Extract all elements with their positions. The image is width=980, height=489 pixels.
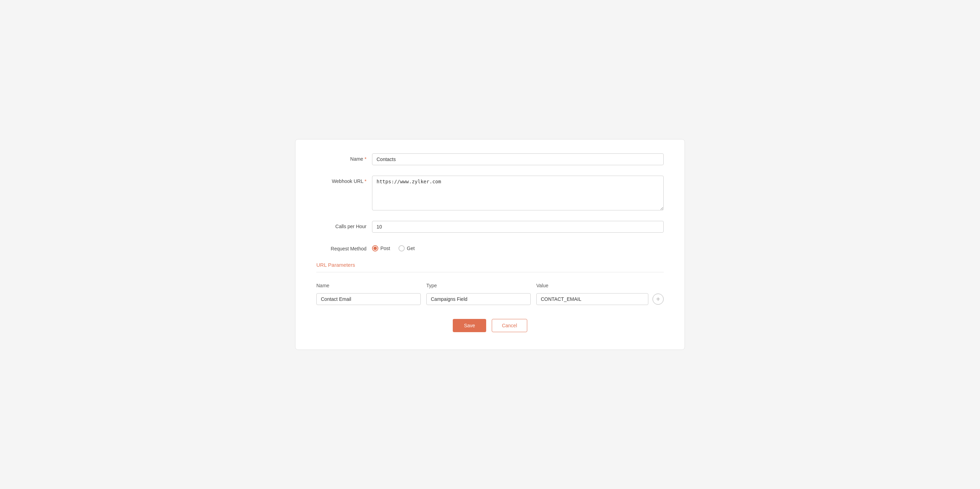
radio-post[interactable]: Post: [372, 245, 390, 251]
form-container: Name * Webhook URL * https://www.zylker.…: [295, 139, 685, 350]
calls-label: Calls per Hour: [317, 221, 372, 229]
name-input[interactable]: [372, 153, 663, 165]
webhook-label: Webhook URL *: [317, 176, 372, 184]
save-button[interactable]: Save: [453, 319, 486, 332]
calls-row: Calls per Hour: [317, 221, 663, 233]
param-value-input[interactable]: [536, 293, 648, 305]
add-param-button[interactable]: +: [652, 294, 663, 305]
param-type-col: [426, 293, 531, 305]
col-value-header: Value: [536, 283, 643, 291]
url-params-section: URL Parameters Name Type Value: [317, 262, 663, 305]
param-name-col: [317, 293, 421, 305]
section-title: URL Parameters: [317, 262, 663, 272]
calls-input[interactable]: [372, 221, 663, 233]
method-label: Request Method: [317, 243, 372, 251]
param-name-input[interactable]: [317, 293, 421, 305]
params-header: Name Type Value: [317, 283, 663, 291]
method-row: Request Method Post Get: [317, 243, 663, 251]
param-type-input[interactable]: [426, 293, 531, 305]
col-name-header: Name: [317, 283, 421, 291]
cancel-button[interactable]: Cancel: [492, 319, 527, 332]
col-add-spacer: [648, 283, 663, 291]
col-type-header: Type: [426, 283, 531, 291]
radio-get-input[interactable]: [398, 245, 405, 251]
name-label: Name *: [317, 153, 372, 162]
params-row: +: [317, 293, 663, 305]
radio-post-input[interactable]: [372, 245, 378, 251]
radio-group: Post Get: [372, 243, 415, 251]
action-row: Save Cancel: [317, 319, 663, 332]
radio-post-label: Post: [380, 246, 390, 251]
param-value-col: +: [536, 293, 663, 305]
plus-icon: +: [656, 295, 660, 303]
webhook-input[interactable]: https://www.zylker.com: [372, 176, 663, 210]
radio-get-label: Get: [407, 246, 415, 251]
radio-get[interactable]: Get: [398, 245, 415, 251]
name-row: Name *: [317, 153, 663, 165]
webhook-row: Webhook URL * https://www.zylker.com: [317, 176, 663, 210]
